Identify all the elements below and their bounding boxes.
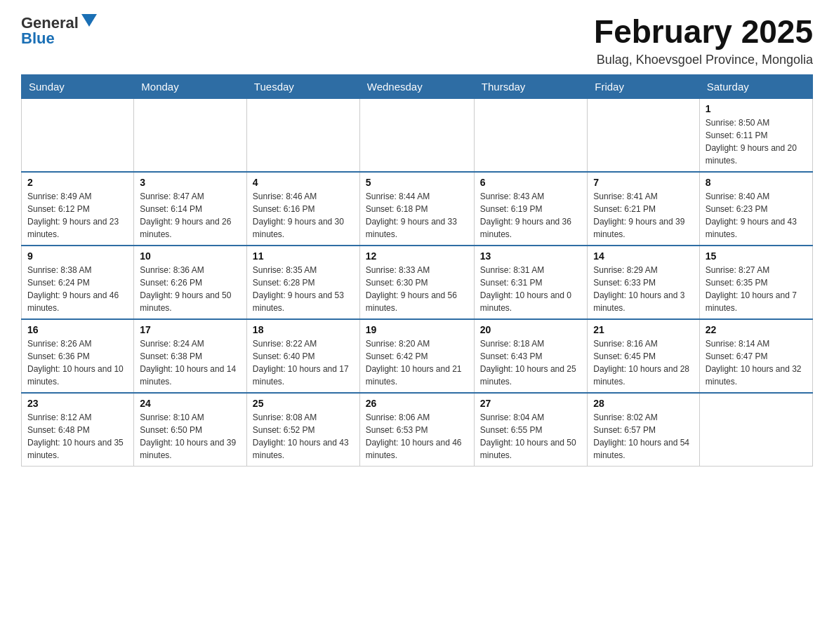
table-row: 13Sunrise: 8:31 AMSunset: 6:31 PMDayligh… <box>474 246 587 319</box>
daylight-text: Daylight: 10 hours and 7 minutes. <box>706 289 807 314</box>
sunrise-text: Sunrise: 8:02 AM <box>593 411 693 424</box>
daylight-text: Daylight: 10 hours and 50 minutes. <box>480 436 581 462</box>
daylight-text: Daylight: 10 hours and 35 minutes. <box>27 436 128 462</box>
table-row: 22Sunrise: 8:14 AMSunset: 6:47 PMDayligh… <box>699 319 812 393</box>
sunset-text: Sunset: 6:31 PM <box>480 276 581 289</box>
day-number: 6 <box>480 177 581 188</box>
day-info: Sunrise: 8:04 AMSunset: 6:55 PMDaylight:… <box>480 411 581 462</box>
sunrise-text: Sunrise: 8:08 AM <box>253 411 354 424</box>
day-info: Sunrise: 8:44 AMSunset: 6:18 PMDaylight:… <box>366 190 468 241</box>
sunset-text: Sunset: 6:11 PM <box>706 129 807 142</box>
daylight-text: Daylight: 9 hours and 30 minutes. <box>253 215 354 241</box>
sunset-text: Sunset: 6:42 PM <box>366 350 468 363</box>
logo: General Blue <box>21 14 95 48</box>
table-row: 16Sunrise: 8:26 AMSunset: 6:36 PMDayligh… <box>22 319 134 393</box>
day-info: Sunrise: 8:16 AMSunset: 6:45 PMDaylight:… <box>593 337 693 388</box>
sunrise-text: Sunrise: 8:24 AM <box>140 337 241 350</box>
day-info: Sunrise: 8:26 AMSunset: 6:36 PMDaylight:… <box>27 337 128 388</box>
day-number: 5 <box>366 177 468 188</box>
col-tuesday: Tuesday <box>246 74 359 98</box>
col-sunday: Sunday <box>22 74 134 98</box>
table-row: 6Sunrise: 8:43 AMSunset: 6:19 PMDaylight… <box>474 172 587 246</box>
table-row: 21Sunrise: 8:16 AMSunset: 6:45 PMDayligh… <box>588 319 699 393</box>
calendar-header-row: Sunday Monday Tuesday Wednesday Thursday… <box>22 74 813 98</box>
sunset-text: Sunset: 6:24 PM <box>27 276 128 289</box>
daylight-text: Daylight: 10 hours and 28 minutes. <box>593 363 693 388</box>
daylight-text: Daylight: 9 hours and 36 minutes. <box>480 215 581 241</box>
daylight-text: Daylight: 10 hours and 54 minutes. <box>593 436 693 462</box>
sunrise-text: Sunrise: 8:10 AM <box>140 411 241 424</box>
table-row: 9Sunrise: 8:38 AMSunset: 6:24 PMDaylight… <box>22 246 134 319</box>
daylight-text: Daylight: 9 hours and 23 minutes. <box>27 215 128 241</box>
daylight-text: Daylight: 10 hours and 21 minutes. <box>366 363 468 388</box>
calendar-week-row: 23Sunrise: 8:12 AMSunset: 6:48 PMDayligh… <box>22 393 813 467</box>
col-wednesday: Wednesday <box>359 74 474 98</box>
table-row: 7Sunrise: 8:41 AMSunset: 6:21 PMDaylight… <box>588 172 699 246</box>
daylight-text: Daylight: 9 hours and 20 minutes. <box>706 142 807 167</box>
day-number: 19 <box>366 324 468 335</box>
daylight-text: Daylight: 10 hours and 17 minutes. <box>253 363 354 388</box>
day-info: Sunrise: 8:41 AMSunset: 6:21 PMDaylight:… <box>593 190 693 241</box>
sunrise-text: Sunrise: 8:14 AM <box>706 337 807 350</box>
sunset-text: Sunset: 6:16 PM <box>253 203 354 215</box>
table-row: 14Sunrise: 8:29 AMSunset: 6:33 PMDayligh… <box>588 246 699 319</box>
col-monday: Monday <box>134 74 247 98</box>
day-info: Sunrise: 8:22 AMSunset: 6:40 PMDaylight:… <box>253 337 354 388</box>
calendar-week-row: 2Sunrise: 8:49 AMSunset: 6:12 PMDaylight… <box>22 172 813 246</box>
table-row: 11Sunrise: 8:35 AMSunset: 6:28 PMDayligh… <box>246 246 359 319</box>
calendar-week-row: 16Sunrise: 8:26 AMSunset: 6:36 PMDayligh… <box>22 319 813 393</box>
sunset-text: Sunset: 6:43 PM <box>480 350 581 363</box>
day-number: 3 <box>140 177 241 188</box>
daylight-text: Daylight: 10 hours and 39 minutes. <box>140 436 241 462</box>
day-info: Sunrise: 8:10 AMSunset: 6:50 PMDaylight:… <box>140 411 241 462</box>
table-row: 17Sunrise: 8:24 AMSunset: 6:38 PMDayligh… <box>134 319 247 393</box>
col-thursday: Thursday <box>474 74 587 98</box>
sunrise-text: Sunrise: 8:36 AM <box>140 264 241 276</box>
table-row: 4Sunrise: 8:46 AMSunset: 6:16 PMDaylight… <box>246 172 359 246</box>
table-row: 1Sunrise: 8:50 AMSunset: 6:11 PMDaylight… <box>699 98 812 172</box>
sunrise-text: Sunrise: 8:35 AM <box>253 264 354 276</box>
table-row <box>134 98 247 172</box>
sunrise-text: Sunrise: 8:04 AM <box>480 411 581 424</box>
day-number: 11 <box>253 250 354 262</box>
table-row <box>699 393 812 467</box>
sunset-text: Sunset: 6:30 PM <box>366 276 468 289</box>
month-title: February 2025 <box>594 14 813 50</box>
sunset-text: Sunset: 6:23 PM <box>706 203 807 215</box>
table-row: 8Sunrise: 8:40 AMSunset: 6:23 PMDaylight… <box>699 172 812 246</box>
table-row: 2Sunrise: 8:49 AMSunset: 6:12 PMDaylight… <box>22 172 134 246</box>
sunrise-text: Sunrise: 8:27 AM <box>706 264 807 276</box>
day-info: Sunrise: 8:06 AMSunset: 6:53 PMDaylight:… <box>366 411 468 462</box>
sunrise-text: Sunrise: 8:43 AM <box>480 190 581 203</box>
day-number: 24 <box>140 398 241 409</box>
day-number: 20 <box>480 324 581 335</box>
table-row <box>474 98 587 172</box>
table-row: 5Sunrise: 8:44 AMSunset: 6:18 PMDaylight… <box>359 172 474 246</box>
table-row: 27Sunrise: 8:04 AMSunset: 6:55 PMDayligh… <box>474 393 587 467</box>
sunrise-text: Sunrise: 8:50 AM <box>706 116 807 129</box>
sunset-text: Sunset: 6:26 PM <box>140 276 241 289</box>
sunset-text: Sunset: 6:18 PM <box>366 203 468 215</box>
sunset-text: Sunset: 6:52 PM <box>253 424 354 436</box>
sunset-text: Sunset: 6:50 PM <box>140 424 241 436</box>
day-info: Sunrise: 8:47 AMSunset: 6:14 PMDaylight:… <box>140 190 241 241</box>
table-row: 23Sunrise: 8:12 AMSunset: 6:48 PMDayligh… <box>22 393 134 467</box>
sunset-text: Sunset: 6:45 PM <box>593 350 693 363</box>
daylight-text: Daylight: 9 hours and 46 minutes. <box>27 289 128 314</box>
day-info: Sunrise: 8:33 AMSunset: 6:30 PMDaylight:… <box>366 264 468 314</box>
day-info: Sunrise: 8:20 AMSunset: 6:42 PMDaylight:… <box>366 337 468 388</box>
table-row: 25Sunrise: 8:08 AMSunset: 6:52 PMDayligh… <box>246 393 359 467</box>
daylight-text: Daylight: 9 hours and 56 minutes. <box>366 289 468 314</box>
day-info: Sunrise: 8:50 AMSunset: 6:11 PMDaylight:… <box>706 116 807 167</box>
day-info: Sunrise: 8:27 AMSunset: 6:35 PMDaylight:… <box>706 264 807 314</box>
day-number: 1 <box>706 103 807 114</box>
table-row: 10Sunrise: 8:36 AMSunset: 6:26 PMDayligh… <box>134 246 247 319</box>
table-row: 19Sunrise: 8:20 AMSunset: 6:42 PMDayligh… <box>359 319 474 393</box>
day-number: 12 <box>366 250 468 262</box>
sunset-text: Sunset: 6:38 PM <box>140 350 241 363</box>
day-number: 15 <box>706 250 807 262</box>
table-row: 24Sunrise: 8:10 AMSunset: 6:50 PMDayligh… <box>134 393 247 467</box>
day-info: Sunrise: 8:46 AMSunset: 6:16 PMDaylight:… <box>253 190 354 241</box>
sunset-text: Sunset: 6:33 PM <box>593 276 693 289</box>
day-info: Sunrise: 8:40 AMSunset: 6:23 PMDaylight:… <box>706 190 807 241</box>
